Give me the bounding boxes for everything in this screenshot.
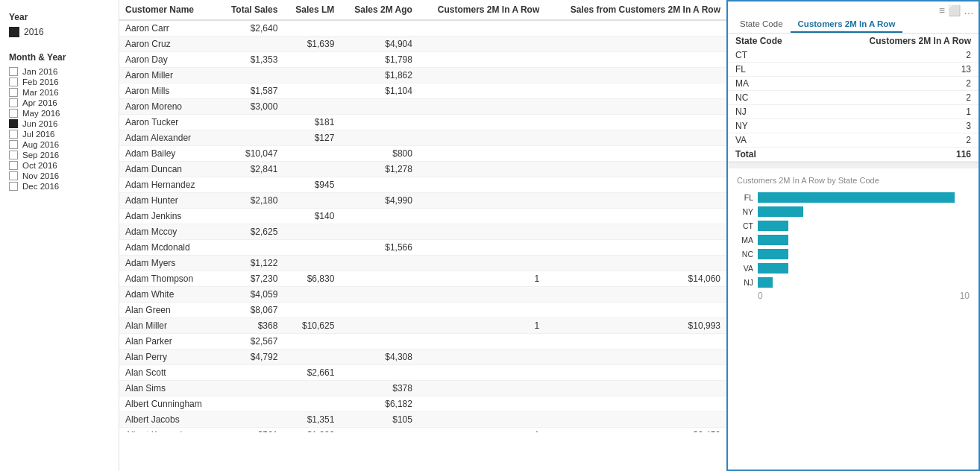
month-item[interactable]: Sep 2016 bbox=[9, 151, 110, 159]
col-total-sales[interactable]: Total Sales bbox=[219, 0, 284, 20]
month-item[interactable]: Oct 2016 bbox=[9, 161, 110, 170]
table-cell: Alan Miller bbox=[119, 318, 219, 334]
table-row[interactable]: Aaron Moreno$3,000 bbox=[119, 99, 726, 115]
table-cell bbox=[340, 224, 418, 240]
month-checkbox[interactable] bbox=[9, 161, 18, 170]
month-checkbox[interactable] bbox=[9, 119, 18, 128]
month-checkbox[interactable] bbox=[9, 171, 18, 180]
axis-min: 0 bbox=[758, 291, 763, 301]
table-row[interactable]: Adam Mcdonald$1,566 bbox=[119, 240, 726, 256]
table-row[interactable]: Adam Alexander$127 bbox=[119, 130, 726, 146]
month-checkbox[interactable] bbox=[9, 109, 18, 118]
month-item[interactable]: Dec 2016 bbox=[9, 182, 110, 191]
month-checkbox[interactable] bbox=[9, 98, 18, 107]
col-cust-2m[interactable]: Customers 2M In A Row bbox=[418, 0, 545, 20]
table-row[interactable]: Albert Kennedy$561$1,8891$2,450 bbox=[119, 428, 726, 433]
table-cell: 1 bbox=[418, 428, 545, 433]
table-cell bbox=[340, 334, 418, 350]
month-item[interactable]: Jan 2016 bbox=[9, 67, 110, 76]
table-cell: $1,122 bbox=[219, 256, 284, 271]
month-label: Aug 2016 bbox=[22, 140, 59, 149]
table-cell bbox=[418, 381, 545, 396]
table-cell bbox=[219, 412, 284, 428]
table-row[interactable]: Adam Hernandez$945 bbox=[119, 177, 726, 193]
month-label: Sep 2016 bbox=[22, 151, 59, 159]
table-row[interactable]: Adam Bailey$10,047$800 bbox=[119, 146, 726, 162]
month-item[interactable]: Feb 2016 bbox=[9, 78, 110, 86]
expand-icon[interactable]: ⬜ bbox=[948, 4, 961, 16]
tab-state-code[interactable]: State Code bbox=[732, 16, 791, 33]
month-label: Jul 2016 bbox=[22, 130, 54, 139]
table-row[interactable]: Alan Scott$2,661 bbox=[119, 365, 726, 381]
table-row[interactable]: Alan Parker$2,567 bbox=[119, 334, 726, 350]
table-cell: Alan Sims bbox=[119, 381, 219, 396]
month-checkbox[interactable] bbox=[9, 67, 18, 76]
table-row[interactable]: Adam Duncan$2,841$1,278 bbox=[119, 162, 726, 177]
table-cell bbox=[219, 177, 284, 193]
table-scroll[interactable]: Customer Name Total Sales Sales LM Sales… bbox=[119, 0, 726, 432]
mini-table-scroll[interactable]: State Code Customers 2M In A Row CT2FL13… bbox=[728, 34, 979, 162]
mini-cell-state: VA bbox=[728, 133, 814, 148]
month-item[interactable]: Nov 2016 bbox=[9, 171, 110, 180]
table-cell: $1,889 bbox=[283, 428, 340, 433]
col-sales-lm[interactable]: Sales LM bbox=[283, 0, 340, 20]
table-row[interactable]: Adam Thompson$7,230$6,8301$14,060 bbox=[119, 271, 726, 287]
month-checkbox[interactable] bbox=[9, 88, 18, 97]
table-header-row: Customer Name Total Sales Sales LM Sales… bbox=[119, 0, 726, 20]
drag-icon[interactable]: ≡ bbox=[939, 4, 945, 16]
table-row[interactable]: Adam Jenkins$140 bbox=[119, 209, 726, 224]
mini-cell-state: CT bbox=[728, 48, 814, 63]
mini-table-body: CT2FL13MA2NC2NJ1NY3VA2Total116 bbox=[728, 48, 979, 162]
table-cell bbox=[340, 303, 418, 318]
table-row[interactable]: Aaron Mills$1,587$1,104 bbox=[119, 83, 726, 99]
bar-label: CT bbox=[737, 221, 753, 230]
table-row[interactable]: Albert Jacobs$1,351$105 bbox=[119, 412, 726, 428]
table-cell: $4,904 bbox=[340, 37, 418, 52]
month-item[interactable]: Apr 2016 bbox=[9, 98, 110, 107]
year-checkbox-2016[interactable] bbox=[9, 27, 19, 37]
month-checkbox[interactable] bbox=[9, 130, 18, 139]
table-cell bbox=[340, 99, 418, 115]
table-row[interactable]: Albert Cunningham$6,182 bbox=[119, 396, 726, 412]
month-checkbox[interactable] bbox=[9, 182, 18, 191]
month-item[interactable]: May 2016 bbox=[9, 109, 110, 118]
table-row[interactable]: Aaron Cruz$1,639$4,904 bbox=[119, 37, 726, 52]
month-label: May 2016 bbox=[22, 109, 60, 118]
month-item[interactable]: Mar 2016 bbox=[9, 88, 110, 97]
table-row[interactable]: Alan Green$8,067 bbox=[119, 303, 726, 318]
more-icon[interactable]: … bbox=[964, 4, 974, 16]
table-cell: $14,060 bbox=[545, 271, 726, 287]
table-row[interactable]: Alan Perry$4,792$4,308 bbox=[119, 350, 726, 365]
col-sales-2m[interactable]: Sales 2M Ago bbox=[340, 0, 418, 20]
table-row[interactable]: Adam White$4,059 bbox=[119, 287, 726, 303]
month-item[interactable]: Jul 2016 bbox=[9, 130, 110, 139]
month-checkbox[interactable] bbox=[9, 151, 18, 159]
month-item[interactable]: Jun 2016 bbox=[9, 119, 110, 128]
col-customer-name[interactable]: Customer Name bbox=[119, 0, 219, 20]
tab-customers-2m[interactable]: Customers 2M In A Row bbox=[791, 16, 903, 33]
table-cell bbox=[545, 365, 726, 381]
year-item-2016[interactable]: 2016 bbox=[9, 27, 110, 37]
table-row[interactable]: Aaron Miller$1,862 bbox=[119, 68, 726, 83]
table-cell: $3,000 bbox=[219, 99, 284, 115]
table-row[interactable]: Alan Sims$378 bbox=[119, 381, 726, 396]
mini-cell-value: 2 bbox=[814, 77, 979, 91]
table-cell bbox=[340, 20, 418, 37]
month-checkbox[interactable] bbox=[9, 140, 18, 149]
table-cell bbox=[545, 20, 726, 37]
table-cell: Albert Kennedy bbox=[119, 428, 219, 433]
year-value-2016: 2016 bbox=[24, 27, 44, 37]
col-sales-from-2m[interactable]: Sales from Customers 2M In A Row bbox=[545, 0, 726, 20]
mini-col-value: Customers 2M In A Row bbox=[814, 34, 979, 48]
table-row[interactable]: Aaron Day$1,353$1,798 bbox=[119, 52, 726, 68]
table-row[interactable]: Alan Miller$368$10,6251$10,993 bbox=[119, 318, 726, 334]
table-row[interactable]: Aaron Carr$2,640 bbox=[119, 20, 726, 37]
month-checkbox[interactable] bbox=[9, 78, 18, 86]
table-row[interactable]: Adam Hunter$2,180$4,990 bbox=[119, 193, 726, 209]
table-row[interactable]: Aaron Tucker$181 bbox=[119, 115, 726, 130]
table-row[interactable]: Adam Myers$1,122 bbox=[119, 256, 726, 271]
table-cell bbox=[418, 209, 545, 224]
table-cell bbox=[545, 68, 726, 83]
table-row[interactable]: Adam Mccoy$2,625 bbox=[119, 224, 726, 240]
month-item[interactable]: Aug 2016 bbox=[9, 140, 110, 149]
